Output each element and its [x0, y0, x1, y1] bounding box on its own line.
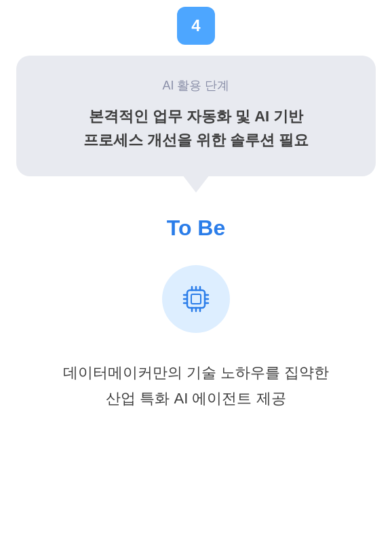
to-be-label: To Be	[167, 216, 226, 241]
icon-circle	[162, 265, 230, 333]
svg-rect-1	[191, 294, 201, 304]
bubble-label: AI 활용 단계	[43, 77, 349, 94]
bubble-text: 본격적인 업무 자동화 및 AI 기반프로세스 개선을 위한 솔루션 필요	[43, 104, 349, 152]
description-text: 데이터메이커만의 기술 노하우를 집약한산업 특화 AI 에이전트 제공	[63, 360, 329, 411]
speech-bubble: AI 활용 단계 본격적인 업무 자동화 및 AI 기반프로세스 개선을 위한 …	[16, 56, 376, 176]
svg-rect-0	[187, 290, 205, 308]
page-container: 4 AI 활용 단계 본격적인 업무 자동화 및 AI 기반프로세스 개선을 위…	[0, 0, 392, 556]
chip-icon	[178, 281, 214, 317]
step-badge: 4	[177, 7, 215, 45]
step-number: 4	[191, 16, 200, 35]
bottom-section: To Be	[0, 216, 392, 411]
